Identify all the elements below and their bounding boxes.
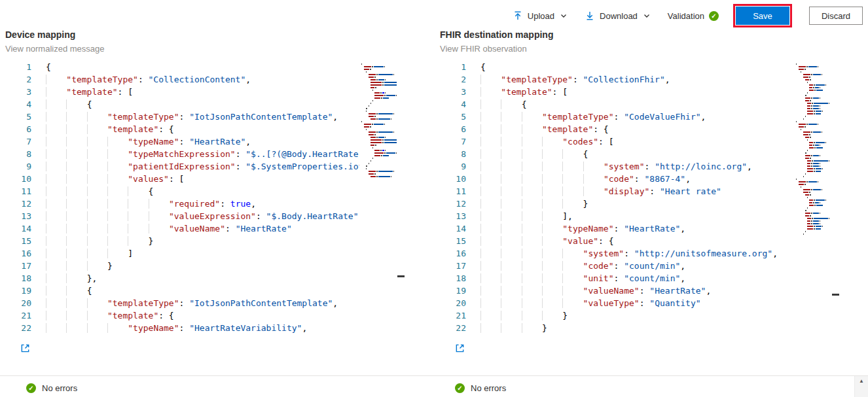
code-line[interactable]: 9 "system": "http://loinc.org", (440, 160, 841, 173)
validation-button[interactable]: Validation ✓ (668, 11, 719, 21)
code-lines[interactable]: 1{2 "templateType": "CollectionFhir",3 "… (440, 61, 841, 334)
code-lines[interactable]: 1{2 "templateType": "CollectionContent",… (5, 61, 406, 334)
line-number: 6 (440, 123, 466, 135)
page-title: FHIR destination mapping (440, 29, 841, 41)
line-number: 20 (440, 297, 466, 309)
chevron-down-icon[interactable] (643, 12, 651, 20)
code-line[interactable]: 2 "templateType": "CollectionContent", (5, 73, 406, 86)
chevron-down-icon[interactable] (560, 12, 568, 20)
code-line[interactable]: 16 ] (5, 247, 406, 260)
discard-button[interactable]: Discard (809, 7, 863, 25)
line-number: 10 (5, 173, 31, 185)
code-line[interactable]: 8 "typeMatchExpression": "$..[?(@Body.He… (5, 148, 406, 160)
code-line[interactable]: 11 "display": "Heart rate" (440, 185, 841, 198)
line-number: 12 (5, 198, 31, 210)
command-bar: Upload Download Validation ✓ Save Discar… (513, 5, 863, 26)
code-line[interactable]: 21 "template": { (5, 309, 406, 322)
line-number: 15 (5, 235, 31, 247)
code-line[interactable]: 13 "valueExpression": "$.Body.HeartRate"… (5, 210, 406, 222)
code-line[interactable]: 20 "templateType": "IotJsonPathContentTe… (5, 297, 406, 309)
code-line[interactable]: 13 ], (440, 210, 841, 222)
line-number: 9 (440, 160, 466, 173)
line-number: 5 (440, 111, 466, 123)
save-button[interactable]: Save (736, 7, 789, 25)
code-line[interactable]: 15 "value": { (440, 235, 841, 247)
upload-label: Upload (528, 11, 554, 21)
line-number: 6 (5, 123, 31, 135)
line-number: 17 (5, 260, 31, 272)
download-button[interactable]: Download (585, 10, 651, 21)
download-icon (585, 10, 595, 21)
code-line[interactable]: 14 "valueName": "HeartRate" (5, 222, 406, 235)
code-line[interactable]: 22 } (440, 322, 841, 334)
line-number: 3 (5, 86, 31, 98)
line-number: 8 (440, 148, 466, 160)
upload-icon (513, 10, 523, 21)
fhir-mapping-code-editor[interactable]: 1{2 "templateType": "CollectionFhir",3 "… (440, 61, 841, 335)
vertical-scrollbar[interactable] (397, 61, 406, 335)
line-number: 7 (5, 135, 31, 148)
scrollbar-thumb[interactable] (832, 294, 839, 296)
line-number: 1 (5, 61, 31, 73)
fhir-mapping-status: ✓ No errors (455, 383, 506, 393)
code-line[interactable]: 16 "system": "http://unitsofmeasure.org"… (440, 247, 841, 260)
device-mapping-status: ✓ No errors (26, 383, 77, 393)
code-line[interactable]: 10 "code": "8867-4", (440, 173, 841, 185)
status-divider (0, 375, 868, 376)
line-number: 2 (440, 73, 466, 86)
code-line[interactable]: 22 "typeName": "HeartRateVariability", (5, 322, 406, 334)
device-mapping-code-editor[interactable]: 1{2 "templateType": "CollectionContent",… (5, 61, 406, 335)
line-number: 16 (5, 247, 31, 260)
code-line[interactable]: 8 { (440, 148, 841, 160)
code-line[interactable]: 21 } (440, 309, 841, 322)
scrollbar-thumb[interactable] (397, 275, 405, 277)
code-line[interactable]: 5 "templateType": "CodeValueFhir", (440, 111, 841, 123)
expand-editor-button[interactable] (455, 343, 465, 353)
minimap[interactable] (359, 61, 397, 335)
code-line[interactable]: 3 "template": [ (5, 86, 406, 98)
code-line[interactable]: 7 "typeName": "HeartRate", (5, 135, 406, 148)
code-line[interactable]: 20 "valueType": "Quantity" (440, 297, 841, 309)
fhir-destination-mapping-panel: FHIR destination mapping View FHIR obser… (440, 29, 841, 356)
code-line[interactable]: 4 { (5, 98, 406, 111)
code-line[interactable]: 6 "template": { (5, 123, 406, 135)
code-line[interactable]: 1{ (440, 61, 841, 73)
page-title: Device mapping (5, 29, 406, 41)
scrollbar-up-icon[interactable]: ▲ (859, 379, 864, 384)
line-number: 9 (5, 160, 31, 173)
code-line[interactable]: 19 "valueName": "HeartRate", (440, 285, 841, 297)
code-line[interactable]: 2 "templateType": "CollectionFhir", (440, 73, 841, 86)
code-line[interactable]: 18 "unit": "count/min", (440, 272, 841, 285)
line-number: 10 (440, 173, 466, 185)
code-line[interactable]: 3 "template": [ (440, 86, 841, 98)
code-line[interactable]: 17 } (5, 260, 406, 272)
code-line[interactable]: 6 "template": { (440, 123, 841, 135)
validation-label: Validation (668, 11, 704, 21)
minimap[interactable] (794, 61, 831, 335)
code-line[interactable]: 4 { (440, 98, 841, 111)
code-line[interactable]: 1{ (5, 61, 406, 73)
upload-button[interactable]: Upload (513, 10, 568, 21)
code-line[interactable]: 11 { (5, 185, 406, 198)
code-line[interactable]: 18 }, (5, 272, 406, 285)
line-number: 13 (5, 210, 31, 222)
view-fhir-observation-link[interactable]: View FHIR observation (440, 44, 841, 54)
page-scrollbar[interactable]: ▲ (854, 376, 868, 397)
code-line[interactable]: 19 { (5, 285, 406, 297)
code-line[interactable]: 15 } (5, 235, 406, 247)
expand-editor-button[interactable] (20, 343, 30, 353)
code-line[interactable]: 9 "patientIdExpression": "$.SystemProper… (5, 160, 406, 173)
code-line[interactable]: 12 "required": true, (5, 198, 406, 210)
code-line[interactable]: 17 "code": "count/min", (440, 260, 841, 272)
code-line[interactable]: 5 "templateType": "IotJsonPathContentTem… (5, 111, 406, 123)
line-number: 22 (440, 322, 466, 334)
download-label: Download (600, 11, 638, 21)
code-line[interactable]: 12 } (440, 198, 841, 210)
view-normalized-message-link[interactable]: View normalized message (5, 44, 406, 54)
line-number: 1 (440, 61, 466, 73)
line-number: 4 (5, 98, 31, 111)
code-line[interactable]: 10 "values": [ (5, 173, 406, 185)
code-line[interactable]: 14 "typeName": "HeartRate", (440, 222, 841, 235)
vertical-scrollbar[interactable] (831, 61, 841, 335)
code-line[interactable]: 7 "codes": [ (440, 135, 841, 148)
